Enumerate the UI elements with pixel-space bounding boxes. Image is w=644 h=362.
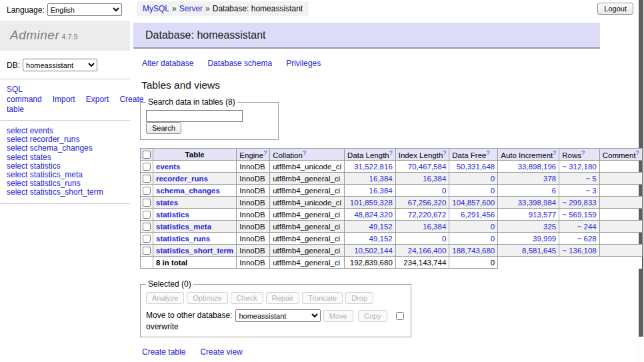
cell-value-link[interactable]: ~ 628 [577, 235, 597, 243]
help-link[interactable]: ? [486, 149, 489, 156]
cell-value-link[interactable]: 72,220,672 [408, 211, 447, 219]
cell-value-link[interactable]: 49,152 [369, 223, 393, 231]
cell-value-link[interactable]: ~ 3 [585, 187, 596, 195]
cell-value-link[interactable]: 101,859,328 [350, 199, 393, 207]
toolbar-link[interactable]: Privileges [286, 59, 321, 68]
truncate-button[interactable]: Truncate [302, 292, 343, 304]
cell-value-link[interactable]: ~ 136,108 [562, 247, 596, 255]
sidebar-select-link[interactable]: select statistics_short_term [7, 188, 130, 197]
help-link[interactable]: ? [389, 149, 393, 156]
db-select[interactable]: homeassistant [23, 59, 97, 71]
cell-value-link[interactable]: 188,743,680 [452, 247, 495, 255]
overwrite-checkbox[interactable] [396, 312, 404, 320]
database-toolbar-links: Alter databaseDatabase schemaPrivileges [142, 59, 603, 68]
cell-value-link[interactable]: 0 [491, 235, 495, 243]
cell-value-link[interactable]: 49,152 [369, 235, 393, 243]
help-link[interactable]: ? [443, 149, 446, 156]
cell-value-link[interactable]: ~ 312,180 [562, 163, 596, 171]
cell-value-link[interactable]: 6 [552, 187, 556, 195]
row-checkbox[interactable] [143, 223, 151, 231]
help-link[interactable]: ? [581, 149, 585, 156]
sidebar-action-link[interactable]: Export [86, 95, 109, 104]
help-link[interactable]: ? [263, 149, 267, 156]
cell-value-link[interactable]: 0 [491, 223, 495, 231]
sidebar-action-link[interactable]: SQL command [7, 85, 42, 104]
check-button[interactable]: Check [231, 292, 263, 304]
analyze-button[interactable]: Analyze [146, 292, 184, 304]
table-row: schema_changesInnoDButf8mb4_general_ci16… [141, 185, 643, 197]
cell-value-link[interactable]: 24,166,400 [408, 247, 447, 255]
language-select[interactable]: English [47, 3, 122, 16]
cell-value-link[interactable]: 16,384 [423, 175, 446, 183]
sidebar: Language:English Adminer4.7.9 DB:homeass… [0, 0, 130, 204]
breadcrumb-server-link[interactable]: Server [179, 4, 203, 13]
row-checkbox[interactable] [143, 235, 151, 243]
breadcrumb-mysql-link[interactable]: MySQL [143, 4, 169, 13]
cell-value-link[interactable]: 913,577 [529, 211, 557, 219]
cell-value-link[interactable]: 378 [543, 175, 556, 183]
cell-value-link[interactable]: 50,331,648 [457, 163, 495, 171]
cell-value-link[interactable]: 16,384 [423, 223, 446, 231]
create-links: Create tableCreate view [142, 347, 603, 357]
total-text: InnoDB [237, 257, 270, 269]
help-link[interactable]: ? [303, 149, 306, 156]
create-link[interactable]: Create view [200, 347, 242, 357]
cell-value-link[interactable]: 48,824,320 [354, 211, 393, 219]
cell-value-link[interactable]: 39,999 [533, 235, 556, 243]
cell-value-link[interactable]: 67,256,320 [408, 199, 447, 207]
table-name-link[interactable]: statistics_short_term [156, 247, 233, 255]
move-db-select[interactable]: homeassistant [235, 309, 321, 322]
cell-value-link[interactable]: ~ 244 [577, 223, 597, 231]
sidebar-select-link[interactable]: select schema_changes [7, 144, 130, 153]
cell-value-link[interactable]: 31,522,816 [354, 163, 393, 171]
select-all-checkbox[interactable] [143, 151, 151, 159]
create-link[interactable]: Create table [142, 347, 185, 357]
cell-value-link[interactable]: 16,384 [369, 187, 393, 195]
cell-value-link[interactable]: 16,384 [369, 175, 393, 183]
cell-value-link[interactable]: ~ 299,833 [562, 199, 596, 207]
search-input[interactable] [146, 110, 243, 122]
toolbar-link[interactable]: Database schema [207, 59, 272, 68]
column-header-auto-increment: Auto Increment? [498, 149, 559, 161]
help-link[interactable]: ? [636, 149, 639, 156]
sidebar-action-link[interactable]: Import [53, 95, 75, 104]
row-checkbox[interactable] [143, 199, 151, 207]
copy-button[interactable]: Copy [358, 310, 387, 322]
help-link[interactable]: ? [553, 149, 556, 156]
row-checkbox[interactable] [143, 247, 151, 255]
cell-value-link[interactable]: 325 [543, 223, 556, 231]
table-name-link[interactable]: recorder_runs [156, 175, 208, 183]
toolbar-link[interactable]: Alter database [142, 59, 193, 68]
cell-value-link[interactable]: 70,467,584 [408, 163, 447, 171]
row-checkbox[interactable] [143, 163, 151, 171]
cell-value-link[interactable]: ~ 5 [585, 175, 596, 183]
row-checkbox[interactable] [143, 211, 151, 219]
table-name-link[interactable]: statistics_runs [156, 235, 210, 243]
cell-value-link[interactable]: 0 [491, 175, 495, 183]
drop-button[interactable]: Drop [345, 292, 373, 304]
row-checkbox[interactable] [143, 175, 151, 183]
optimize-button[interactable]: Optimize [187, 292, 227, 304]
cell-value-link[interactable]: 0 [491, 187, 495, 195]
table-name-link[interactable]: states [156, 199, 178, 207]
cell-value-link[interactable]: 8,581,645 [522, 247, 556, 255]
row-checkbox[interactable] [143, 187, 151, 195]
table-name-link[interactable]: schema_changes [156, 187, 220, 195]
table-name-link[interactable]: events [156, 163, 180, 171]
repair-button[interactable]: Repair [266, 292, 299, 304]
cell-value-link[interactable]: 6,291,456 [461, 211, 495, 219]
table-name-link[interactable]: statistics [156, 211, 189, 219]
sidebar-select-link[interactable]: select states [7, 153, 130, 162]
cell-value-link[interactable]: 0 [442, 187, 446, 195]
move-button[interactable]: Move [323, 310, 353, 322]
table-name-link[interactable]: statistics_meta [156, 223, 211, 231]
cell-value-link[interactable]: 33,898,196 [518, 163, 557, 171]
cell-value-link[interactable]: 0 [442, 235, 446, 243]
cell-text: InnoDB [237, 173, 270, 185]
cell-value-link[interactable]: 104,857,600 [452, 199, 495, 207]
cell-value-link[interactable]: ~ 569,159 [562, 211, 596, 219]
cell-value-link[interactable]: 33,398,984 [518, 199, 557, 207]
table-row: recorder_runsInnoDButf8mb4_general_ci16,… [141, 173, 643, 185]
cell-value-link[interactable]: 10,502,144 [354, 247, 393, 255]
search-button[interactable]: Search [146, 122, 181, 134]
